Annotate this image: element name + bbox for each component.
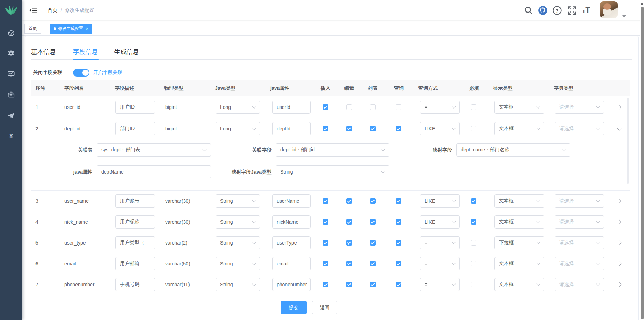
java-type-select[interactable]: Long (216, 122, 260, 135)
java-type-select[interactable]: String (216, 257, 260, 270)
expand-row-icon[interactable] (617, 105, 622, 109)
display-type-select[interactable]: 文本框 (494, 101, 544, 114)
edit-checkbox[interactable] (346, 104, 352, 110)
insert-checkbox[interactable] (323, 104, 328, 110)
dict-type-select[interactable]: 请选择 (555, 101, 604, 114)
java-type-select[interactable]: Long (216, 101, 260, 114)
edit-checkbox[interactable] (346, 219, 352, 225)
list-checkbox[interactable] (370, 126, 376, 131)
field-desc-input[interactable]: 用户ID (115, 101, 155, 114)
java-type-select[interactable]: String (216, 215, 260, 229)
avatar[interactable] (600, 1, 618, 18)
sidebar-item-monitor-icon[interactable] (7, 70, 15, 78)
insert-checkbox[interactable] (323, 240, 328, 246)
required-checkbox[interactable] (471, 126, 476, 131)
submit-button[interactable]: 提交 (281, 301, 307, 314)
java-type-select[interactable]: String (216, 278, 260, 291)
dict-type-select[interactable]: 请选择 (555, 236, 604, 249)
insert-checkbox[interactable] (323, 126, 328, 131)
edit-checkbox[interactable] (346, 282, 352, 287)
field-desc-input[interactable]: 手机号码 (115, 278, 155, 291)
list-checkbox[interactable] (370, 198, 376, 204)
java-prop-input[interactable]: phonenumber (272, 278, 311, 291)
github-icon[interactable] (538, 6, 548, 15)
query-checkbox[interactable] (396, 126, 401, 131)
insert-checkbox[interactable] (323, 198, 328, 204)
chevron-down-icon[interactable] (622, 15, 626, 17)
expand-row-icon[interactable] (617, 261, 622, 266)
map-java-type-select[interactable]: String (276, 165, 389, 178)
field-desc-input[interactable]: 用户邮箱 (115, 257, 155, 270)
list-checkbox[interactable] (370, 282, 376, 287)
sidebar-item-settings-icon[interactable] (7, 49, 15, 57)
query-checkbox[interactable] (396, 198, 401, 204)
expand-row-icon[interactable] (617, 282, 622, 287)
help-icon[interactable]: ? (553, 6, 562, 15)
tag-current[interactable]: 修改生成配置 × (50, 24, 92, 34)
map-field-select[interactable]: dept_name：部门名称 (456, 143, 570, 157)
dict-type-select[interactable]: 请选择 (555, 194, 604, 208)
java-prop-input[interactable]: email (272, 257, 311, 270)
field-desc-input[interactable]: 用户昵称 (115, 215, 155, 229)
insert-checkbox[interactable] (323, 282, 328, 287)
query-type-select[interactable]: = (420, 278, 460, 291)
dict-type-select[interactable]: 请选择 (555, 278, 604, 291)
tag-close-icon[interactable]: × (86, 26, 89, 31)
expand-row-icon[interactable] (617, 199, 622, 203)
query-type-select[interactable]: = (420, 236, 460, 249)
display-type-select[interactable]: 文本框 (494, 194, 544, 208)
query-type-select[interactable]: LIKE (420, 215, 460, 229)
query-checkbox[interactable] (396, 261, 401, 266)
java-type-select[interactable]: String (216, 236, 260, 249)
display-type-select[interactable]: 文本框 (494, 278, 544, 291)
relation-toggle-link[interactable]: 开启字段关联 (93, 70, 122, 76)
edit-checkbox[interactable] (346, 126, 352, 131)
query-type-select[interactable]: LIKE (420, 194, 460, 208)
tab-basic-info[interactable]: 基本信息 (31, 48, 56, 56)
sidebar-item-toolbox-icon[interactable] (7, 91, 15, 98)
display-type-select[interactable]: 文本框 (494, 122, 544, 135)
query-checkbox[interactable] (396, 219, 401, 225)
sidebar-toggle-icon[interactable] (29, 8, 37, 14)
edit-checkbox[interactable] (346, 198, 352, 204)
breadcrumb-home[interactable]: 首页 (48, 7, 57, 13)
java-prop-input[interactable]: deptId (272, 122, 311, 135)
required-checkbox[interactable] (471, 219, 476, 225)
list-checkbox[interactable] (370, 104, 376, 110)
tab-field-info[interactable]: 字段信息 (73, 48, 98, 56)
dict-type-select[interactable]: 请选择 (555, 215, 604, 229)
expand-row-icon[interactable] (617, 126, 622, 130)
list-checkbox[interactable] (370, 219, 376, 225)
sidebar-item-send-icon[interactable] (7, 111, 15, 120)
table-scrollbar-thumb[interactable] (627, 98, 629, 184)
tag-home[interactable]: 首页 (24, 24, 41, 34)
query-checkbox[interactable] (396, 282, 401, 287)
display-type-select[interactable]: 文本框 (494, 215, 544, 229)
page-scrollbar-thumb[interactable] (641, 7, 644, 319)
fullscreen-icon[interactable] (568, 6, 577, 15)
expand-row-icon[interactable] (617, 240, 622, 245)
display-type-select[interactable]: 下拉框 (494, 236, 544, 249)
query-type-select[interactable]: = (420, 257, 460, 270)
search-icon[interactable] (524, 6, 533, 15)
java-prop-input[interactable]: userType (272, 236, 311, 249)
dict-type-select[interactable]: 请选择 (555, 122, 604, 135)
logo-icon[interactable] (4, 4, 18, 16)
required-checkbox[interactable] (471, 198, 476, 204)
query-type-select[interactable]: LIKE (420, 122, 460, 135)
required-checkbox[interactable] (471, 240, 476, 246)
java-prop-input[interactable]: userName (272, 194, 311, 208)
insert-checkbox[interactable] (323, 219, 328, 225)
expand-row-icon[interactable] (617, 219, 622, 224)
dict-type-select[interactable]: 请选择 (555, 257, 604, 270)
back-button[interactable]: 返回 (312, 301, 337, 314)
scrollbar-up-arrow[interactable] (641, 2, 643, 5)
java-type-select[interactable]: String (216, 194, 260, 208)
java-prop-input[interactable]: nickName (272, 215, 311, 229)
required-checkbox[interactable] (471, 261, 476, 266)
sidebar-item-dashboard-icon[interactable] (7, 29, 15, 37)
insert-checkbox[interactable] (323, 261, 328, 266)
list-checkbox[interactable] (370, 240, 376, 246)
font-size-icon[interactable]: TT (582, 6, 590, 15)
field-desc-input[interactable]: 用户类型（ (115, 236, 155, 249)
